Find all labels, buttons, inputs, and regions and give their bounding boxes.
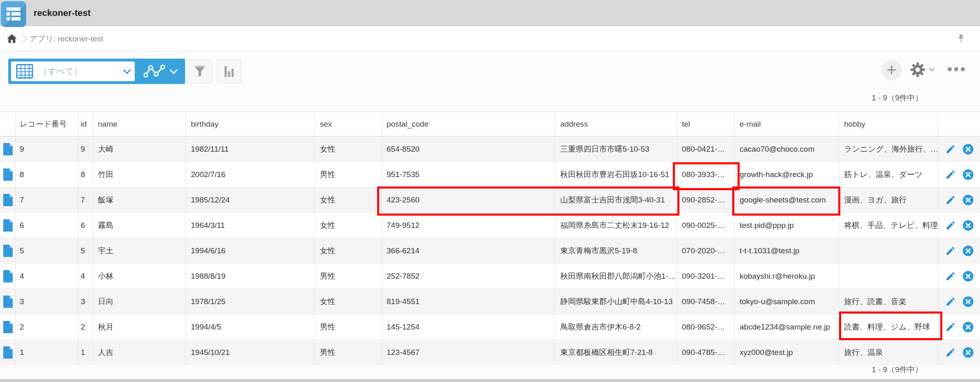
record-document-icon[interactable] (2, 244, 13, 257)
record-document-icon[interactable] (2, 193, 13, 207)
cell-email: xyz000@test.jp (735, 340, 839, 365)
cell-record-number: 9 (16, 136, 78, 161)
cell-address: 鳥取県倉吉市伊木6-8-2 (555, 314, 677, 339)
column-header-postal-code[interactable]: postal_code (382, 112, 555, 136)
column-header-tel[interactable]: tel (677, 112, 735, 136)
cell-tel: 090-4785-… (677, 340, 735, 365)
cell-sex: 男性 (315, 264, 382, 289)
column-header-blank (0, 112, 16, 136)
column-header-record-number[interactable]: レコード番号 (16, 112, 78, 136)
cell-record-number: 1 (16, 340, 78, 365)
chevron-down-icon (123, 66, 131, 74)
record-document-icon[interactable] (2, 346, 13, 359)
graph-view-button[interactable] (135, 64, 185, 78)
filter-button[interactable] (188, 59, 212, 83)
cell-actions (939, 289, 980, 314)
cell-address: 秋田秋田市豊岩石田坂10-16-51 (555, 162, 677, 187)
cell-tel: 080-9652-… (677, 314, 735, 339)
cell-birthday: 1978/1/25 (186, 289, 315, 314)
edit-record-icon[interactable] (945, 169, 956, 180)
cell-name: 大崎 (93, 136, 186, 161)
record-document-icon[interactable] (2, 270, 13, 283)
column-header-hobby[interactable]: hobby (839, 112, 939, 136)
cell-birthday: 2002/7/16 (186, 162, 315, 187)
chart-button[interactable] (217, 59, 241, 83)
cell-sex: 男性 (315, 340, 382, 365)
delete-record-icon[interactable] (962, 143, 974, 155)
app-title: reckoner-test (34, 0, 91, 26)
cell-postal-code: 654-8520 (382, 136, 555, 161)
record-document-icon[interactable] (2, 321, 13, 334)
cell-birthday: 1988/8/19 (186, 264, 315, 289)
edit-record-icon[interactable] (945, 144, 956, 155)
bar-chart-icon (223, 65, 235, 78)
cell-id: 2 (78, 314, 93, 339)
cell-email: t-t-t.1031@test.jp (735, 238, 839, 263)
record-document-icon[interactable] (2, 168, 13, 181)
delete-record-icon[interactable] (962, 220, 974, 231)
edit-record-icon[interactable] (945, 246, 956, 256)
edit-record-icon[interactable] (945, 271, 956, 282)
table-row: 8 8 竹田 2002/7/16 男性 951-7535 秋田秋田市豊岩石田坂1… (0, 162, 980, 187)
cell-address: 三重県四日市市曙5-10-53 (555, 136, 677, 161)
delete-record-icon[interactable] (962, 321, 974, 333)
cell-actions (939, 213, 980, 238)
delete-record-icon[interactable] (962, 271, 974, 282)
delete-record-icon[interactable] (962, 347, 974, 358)
column-header-id[interactable]: id (78, 112, 93, 136)
edit-record-icon[interactable] (945, 220, 956, 231)
cell-actions (939, 264, 980, 289)
cell-sex: 女性 (315, 187, 382, 212)
breadcrumb[interactable]: アプリ: reckoner-test (29, 26, 103, 51)
add-record-button[interactable]: + (881, 60, 902, 80)
cell-record-number: 3 (16, 289, 78, 314)
graph-icon (144, 64, 165, 78)
cell-email: abcde1234@sample.ne.jp (735, 314, 839, 339)
cell-id: 4 (78, 264, 93, 289)
cell-sex: 女性 (315, 289, 382, 314)
cell-tel: 090-7458-… (677, 289, 735, 314)
cell-email: kobayshi.r@heroku.jp (735, 264, 839, 289)
record-document-icon[interactable] (2, 219, 13, 232)
cell-name: 秋月 (93, 314, 186, 339)
cell-name: 竹田 (93, 162, 186, 187)
column-header-sex[interactable]: sex (315, 112, 382, 136)
pagination-top: 1 - 9（9件中） (871, 93, 923, 103)
cell-email: cacao70@choco.com (735, 136, 839, 161)
record-document-icon[interactable] (2, 295, 13, 308)
cell-sex: 男性 (315, 314, 382, 339)
more-options-button[interactable] (948, 67, 965, 71)
column-header-name[interactable]: name (93, 112, 186, 136)
edit-record-icon[interactable] (945, 296, 956, 307)
edit-record-icon[interactable] (945, 322, 956, 332)
column-header-address[interactable]: address (555, 112, 677, 136)
column-header-birthday[interactable]: birthday (186, 112, 315, 136)
cell-sex: 女性 (315, 213, 382, 238)
delete-record-icon[interactable] (962, 169, 974, 180)
cell-hobby (839, 264, 939, 289)
cell-name: 宇土 (93, 238, 186, 263)
cell-birthday: 1994/4/5 (186, 314, 315, 339)
column-header-actions (939, 112, 980, 136)
delete-record-icon[interactable] (962, 245, 974, 257)
home-icon[interactable] (7, 33, 17, 44)
chevron-down-icon (929, 66, 935, 71)
settings-button[interactable] (910, 62, 934, 77)
cell-tel: 090-0025-… (677, 213, 735, 238)
column-header-email[interactable]: e-mail (735, 112, 839, 136)
pin-icon[interactable] (957, 34, 964, 44)
edit-record-icon[interactable] (945, 347, 956, 358)
cell-postal-code: 423-2560 (382, 187, 555, 212)
table-row: 1 1 人吉 1945/10/21 男性 123-4567 東京都板橋区相生町7… (0, 340, 980, 365)
cell-hobby: 漫画、ヨガ、旅行 (839, 187, 939, 212)
delete-record-icon[interactable] (962, 194, 974, 206)
bottom-scrollbar-track[interactable] (0, 379, 980, 382)
view-selector-dropdown[interactable]: （すべて） (11, 61, 135, 81)
table-row: 5 5 宇土 1994/6/16 女性 366-6214 東京青梅市黒沢5-19… (0, 238, 980, 264)
edit-record-icon[interactable] (945, 195, 956, 205)
record-document-icon[interactable] (2, 143, 13, 156)
cell-birthday: 1945/10/21 (186, 340, 315, 365)
record-list-table: レコード番号 id name birthday sex postal_code … (0, 111, 980, 365)
app-logo-icon[interactable] (1, 1, 26, 27)
delete-record-icon[interactable] (962, 296, 974, 307)
